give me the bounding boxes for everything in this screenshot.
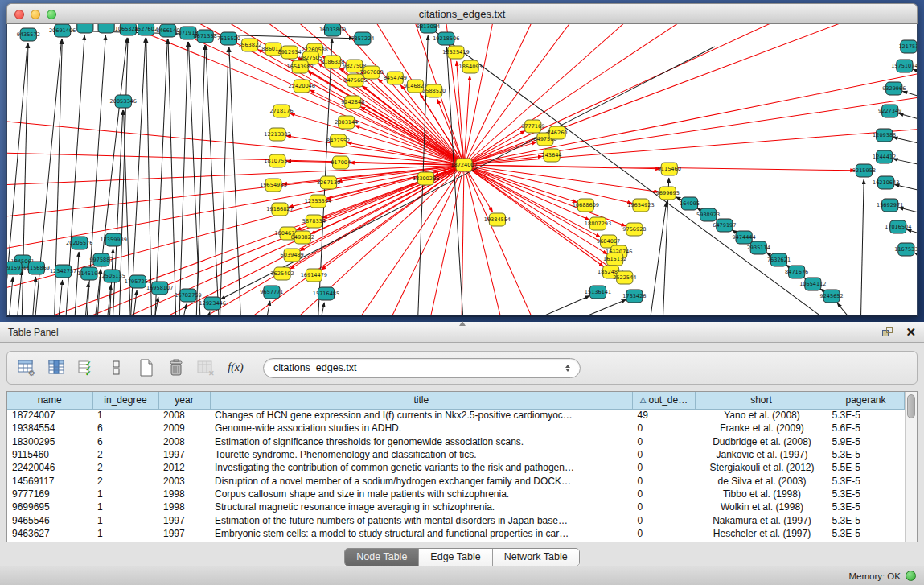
graph-node-teal[interactable]: 9227349 — [878, 105, 901, 117]
network-window-titlebar[interactable]: citations_edges.txt — [6, 3, 918, 24]
table-cell[interactable]: 5.3E-5 — [827, 527, 905, 540]
tab-edge-table[interactable]: Edge Table — [419, 549, 492, 566]
table-cell[interactable]: 1 — [92, 513, 158, 526]
table-cell[interactable]: 1997 — [158, 527, 210, 540]
column-header-name[interactable]: name — [7, 392, 92, 409]
table-row[interactable]: 946362711997Embryonic stem cells: a mode… — [7, 527, 905, 540]
table-cell[interactable]: 6 — [92, 435, 158, 448]
table-cell[interactable]: 0 — [633, 513, 696, 526]
table-cell[interactable]: Wolkin et al. (1998) — [696, 501, 827, 513]
graph-node-teal[interactable]: 19218506 — [433, 32, 459, 45]
table-cell[interactable]: Estimation of significance thresholds fo… — [210, 435, 633, 448]
graph-node-yellow[interactable]: 16914479 — [301, 269, 327, 282]
column-header-title[interactable]: title — [210, 392, 633, 409]
graph-node-yellow[interactable]: 1864093 — [459, 60, 483, 73]
network-canvas[interactable]: 1872400794355722069140610653287152760284… — [6, 24, 918, 317]
table-cell[interactable]: Yano et al. (2008) — [696, 409, 827, 422]
table-cell[interactable]: Genome-wide association studies in ADHD. — [210, 422, 633, 435]
table-cell[interactable]: 0 — [633, 527, 696, 540]
graph-node-yellow[interactable]: 12353394 — [305, 195, 331, 208]
table-cell[interactable]: 2008 — [158, 435, 210, 448]
table-cell[interactable]: Investigating the contribution of common… — [210, 461, 633, 474]
import-table-icon[interactable]: ✓✓✓ — [76, 357, 97, 378]
table-cell[interactable]: 5.3E-5 — [827, 488, 905, 501]
table-cell[interactable]: Nakamura et al. (1997) — [696, 513, 827, 526]
table-cell[interactable]: 1997 — [158, 448, 210, 461]
table-row[interactable]: 946554611997Estimation of the future num… — [7, 513, 905, 526]
select-columns-icon[interactable] — [47, 357, 68, 378]
graph-node-yellow[interactable]: 19654983 — [260, 179, 286, 192]
table-cell[interactable]: 2 — [92, 461, 158, 474]
tab-node-table[interactable]: Node Table — [345, 549, 419, 566]
table-cell[interactable]: 0 — [633, 488, 696, 501]
table-cell[interactable]: Hescheler et al. (1997) — [696, 527, 827, 540]
graph-node-teal[interactable]: 9245652 — [819, 290, 843, 303]
table-cell[interactable]: 9463627 — [7, 527, 92, 540]
table-cell[interactable]: 2003 — [158, 474, 210, 487]
table-cell[interactable]: 19384554 — [7, 422, 92, 435]
zoom-window-button[interactable] — [47, 10, 56, 19]
table-cell[interactable]: 2009 — [158, 422, 210, 435]
table-cell[interactable]: 18724007 — [7, 409, 92, 422]
table-cell[interactable]: 0 — [633, 501, 696, 513]
table-cell[interactable]: Embryonic stem cells: a model to study s… — [210, 527, 633, 540]
table-cell[interactable]: 2008 — [158, 409, 210, 422]
close-window-button[interactable] — [14, 10, 24, 19]
graph-node-teal[interactable]: 20691406 — [49, 24, 76, 37]
graph-node-teal[interactable]: 12342757 — [50, 265, 76, 278]
graph-node-teal[interactable]: 9435572 — [17, 28, 40, 41]
merge-rows-icon[interactable] — [106, 357, 127, 378]
table-cell[interactable]: 0 — [633, 435, 696, 448]
graph-node-teal[interactable]: 1145194 — [77, 267, 101, 280]
graph-node-teal[interactable]: 20206576 — [66, 237, 92, 249]
graph-node-yellow[interactable]: 18107553 — [264, 154, 290, 167]
table-cell[interactable]: 0 — [633, 448, 696, 461]
table-cell[interactable]: 0 — [633, 474, 696, 487]
table-settings-icon[interactable]: ⚙ — [17, 357, 38, 378]
minimize-window-button[interactable] — [31, 10, 40, 19]
table-cell[interactable]: 6 — [92, 422, 158, 435]
graph-node-teal[interactable]: 15751074 — [891, 60, 917, 72]
column-header-out_de[interactable]: △out_de… — [633, 392, 696, 409]
function-builder-icon[interactable]: f(x) — [225, 357, 246, 378]
table-row[interactable]: 2242004622012Investigating the contribut… — [7, 461, 905, 474]
table-cell[interactable]: Jankovic et al. (1997) — [696, 448, 827, 461]
graph-node-teal[interactable]: 164095 — [680, 197, 700, 210]
table-cell[interactable]: 1998 — [158, 501, 210, 513]
table-cell[interactable]: 9699695 — [7, 501, 92, 513]
table-cell[interactable]: de Silva et al. (2003) — [696, 474, 827, 487]
tab-network-table[interactable]: Network Table — [493, 549, 579, 566]
graph-node-teal[interactable]: 7857224 — [351, 32, 374, 45]
table-cell[interactable]: Tibbo et al. (1998) — [696, 488, 827, 501]
table-cell[interactable]: 9115460 — [7, 448, 92, 461]
graph-node-teal[interactable]: 8471676 — [785, 266, 808, 278]
table-cell[interactable]: 5.9E-5 — [827, 435, 905, 448]
graph-node-yellow[interactable]: 9115460 — [658, 163, 681, 175]
table-cell[interactable]: 1 — [92, 527, 158, 540]
table-cell[interactable]: Dudbridge et al. (2008) — [696, 435, 827, 448]
graph-node-yellow[interactable]: 917004 — [331, 156, 351, 169]
table-cell[interactable]: 5.3E-5 — [827, 409, 905, 422]
graph-node-teal[interactable]: 17016504 — [885, 220, 911, 233]
citation-network-graph[interactable]: 1872400794355722069140610653287152760284… — [7, 24, 917, 315]
graph-node-teal[interactable]: 1209388 — [873, 129, 896, 142]
graph-node-teal[interactable]: 15692971 — [877, 199, 903, 212]
graph-node-teal[interactable]: 16033809 — [319, 24, 346, 36]
graph-node-yellow[interactable]: 9699695 — [656, 187, 680, 200]
graph-node-teal[interactable]: 1244412 — [873, 150, 896, 163]
column-header-in_degree[interactable]: in_degree — [92, 392, 158, 409]
table-cell[interactable]: 5.5E-5 — [827, 461, 905, 474]
table-cell[interactable]: 5.3E-5 — [827, 501, 905, 513]
graph-node-teal[interactable]: 391593 — [7, 262, 24, 274]
table-cell[interactable]: 9777169 — [7, 488, 92, 501]
table-row[interactable]: 969969511998Structural magnetic resonanc… — [7, 501, 905, 513]
table-cell[interactable]: 5.3E-5 — [827, 474, 905, 487]
table-cell[interactable]: 22420046 — [7, 461, 92, 474]
graph-node-teal[interactable]: 1167533 — [894, 243, 917, 256]
column-header-pagerank[interactable]: pagerank — [827, 392, 905, 409]
graph-node-teal[interactable] — [77, 24, 93, 33]
table-cell[interactable]: 5.6E-5 — [827, 422, 905, 435]
graph-node-teal[interactable]: 9329966 — [882, 82, 906, 95]
table-row[interactable]: 1872400712008Changes of HCN gene express… — [7, 409, 905, 422]
graph-node-yellow[interactable]: 9756928 — [622, 223, 646, 236]
